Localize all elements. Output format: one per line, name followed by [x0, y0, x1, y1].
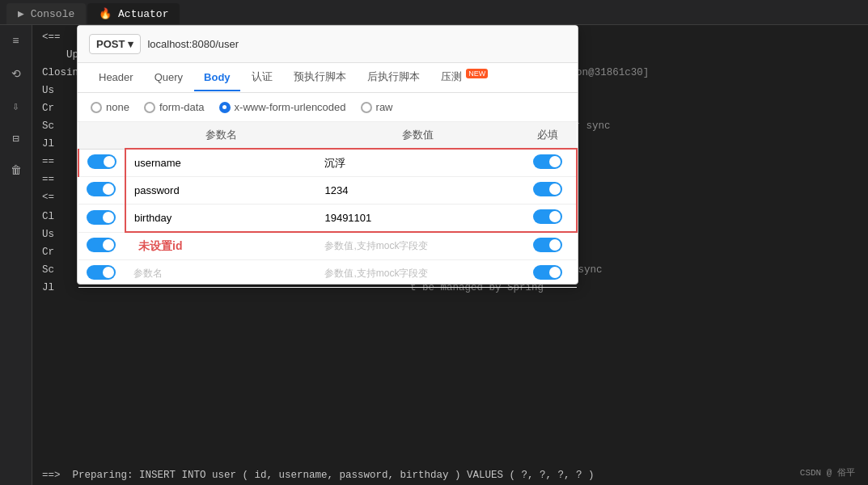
tab-auth[interactable]: 认证 [242, 63, 282, 92]
birthday-value-input[interactable] [324, 212, 510, 224]
tab-console[interactable]: ▶ Console [6, 3, 86, 24]
param-value-cell[interactable] [316, 205, 519, 233]
placeholder-value-3: 参数值,支持mock字段变 [324, 240, 428, 251]
radio-urlencoded[interactable]: x-www-form-urlencoded [219, 101, 346, 113]
tab-post-script[interactable]: 后执行脚本 [358, 63, 430, 92]
radio-none-circle [91, 102, 102, 113]
console-icon: ▶ [18, 8, 24, 20]
required-cell [519, 177, 577, 205]
tab-stress[interactable]: 压测 NEW [431, 63, 498, 92]
new-badge: NEW [466, 69, 488, 78]
placeholder-name-4: 参数名 [133, 268, 163, 279]
col-param-value: 参数值 [316, 122, 519, 149]
toggle-password-req[interactable] [533, 182, 562, 196]
radio-form-data[interactable]: form-data [144, 101, 205, 113]
sidebar-icon-menu[interactable]: ≡ [6, 32, 26, 51]
console-line-preparing: ==> Preparing: INSERT INTO user ( id, us… [32, 466, 868, 484]
url-bar: POST ▾ [78, 26, 578, 63]
radio-raw[interactable]: raw [361, 101, 393, 113]
console-wrapper: POST ▾ Header Query Body 认证 预执行脚本 后执行脚本 … [32, 25, 868, 485]
param-value-cell-placeholder[interactable]: 参数值,支持mock字段变 [316, 232, 519, 260]
csdn-watermark: CSDN @ 俗平 [800, 466, 855, 479]
col-param-name: 参数名 [125, 122, 316, 149]
sidebar: ≡ ⟲ ⇩ ⊟ 🗑 [0, 25, 32, 485]
sidebar-icon-refresh[interactable]: ⟲ [6, 64, 26, 83]
request-panel: POST ▾ Header Query Body 认证 预执行脚本 后执行脚本 … [77, 25, 578, 285]
radio-urlencoded-circle [219, 102, 231, 113]
required-cell [519, 260, 577, 288]
sidebar-icon-collapse[interactable]: ⊟ [6, 129, 26, 148]
toggle-username-req[interactable] [533, 154, 562, 169]
username-input[interactable] [134, 157, 308, 169]
param-name-cell[interactable] [125, 177, 316, 205]
method-select[interactable]: POST ▾ [89, 34, 141, 54]
param-name-cell[interactable] [125, 149, 316, 177]
param-value-cell[interactable] [316, 149, 519, 177]
username-value-input[interactable] [324, 158, 510, 170]
param-name-cell[interactable] [125, 205, 316, 233]
panel-tabs: Header Query Body 认证 预执行脚本 后执行脚本 压测 NEW [78, 63, 578, 93]
radio-form-data-circle [144, 102, 155, 113]
table-row [78, 149, 577, 177]
actuator-icon: 🔥 [99, 8, 112, 20]
birthday-input[interactable] [134, 212, 308, 224]
toggle-empty-req[interactable] [533, 265, 562, 280]
url-input[interactable] [147, 38, 566, 50]
toggle-cell[interactable] [78, 149, 125, 177]
tab-actuator[interactable]: 🔥 Actuator [87, 3, 180, 24]
main-area: ≡ ⟲ ⇩ ⊟ 🗑 POST ▾ Header Query Body 认证 预 [0, 25, 868, 485]
password-input[interactable] [134, 184, 308, 196]
param-value-cell[interactable] [316, 177, 519, 205]
toggle-cell[interactable] [78, 232, 125, 260]
toggle-empty[interactable] [87, 265, 116, 280]
params-table: 参数名 参数值 必填 [78, 122, 578, 288]
param-name-cell-unset[interactable]: 未设置id [125, 232, 316, 260]
tab-body[interactable]: Body [194, 65, 240, 91]
tab-pre-script[interactable]: 预执行脚本 [284, 63, 356, 92]
toggle-birthday-req[interactable] [533, 209, 562, 224]
sidebar-icon-delete[interactable]: 🗑 [6, 161, 26, 180]
table-row [78, 177, 577, 205]
toggle-birthday[interactable] [87, 210, 116, 225]
table-row [78, 205, 577, 233]
required-cell [519, 205, 577, 233]
params-table-wrapper: 参数名 参数值 必填 [78, 122, 578, 284]
required-cell [519, 232, 577, 260]
col-empty [78, 122, 125, 149]
param-name-cell-empty[interactable]: 参数名 [125, 260, 316, 288]
radio-none[interactable]: none [91, 101, 129, 113]
radio-raw-circle [361, 102, 372, 113]
table-row-empty: 参数名 参数值,支持mock字段变 [78, 260, 577, 288]
tab-bar: ▶ Console 🔥 Actuator [0, 0, 868, 25]
toggle-cell[interactable] [78, 177, 125, 205]
toggle-cell[interactable] [78, 260, 125, 288]
chevron-down-icon: ▾ [128, 38, 133, 50]
param-value-cell-empty[interactable]: 参数值,支持mock字段变 [316, 260, 519, 288]
toggle-password[interactable] [87, 182, 116, 196]
placeholder-value-4: 参数值,支持mock字段变 [324, 268, 428, 279]
sidebar-icon-download[interactable]: ⇩ [6, 96, 26, 116]
toggle-unset-id-req[interactable] [533, 238, 562, 252]
password-value-input[interactable] [324, 184, 510, 196]
table-row-unset-id: 未设置id 参数值,支持mock字段变 [78, 232, 577, 260]
toggle-username[interactable] [87, 154, 116, 169]
body-options: none form-data x-www-form-urlencoded raw [78, 93, 578, 122]
table-header-row: 参数名 参数值 必填 [78, 122, 577, 149]
tab-header[interactable]: Header [89, 65, 143, 91]
required-cell [519, 149, 577, 177]
toggle-cell[interactable] [78, 205, 125, 233]
col-required: 必填 [519, 122, 577, 149]
unset-id-label: 未设置id [133, 238, 187, 254]
toggle-unset-id[interactable] [87, 238, 116, 252]
tab-query[interactable]: Query [145, 65, 193, 91]
